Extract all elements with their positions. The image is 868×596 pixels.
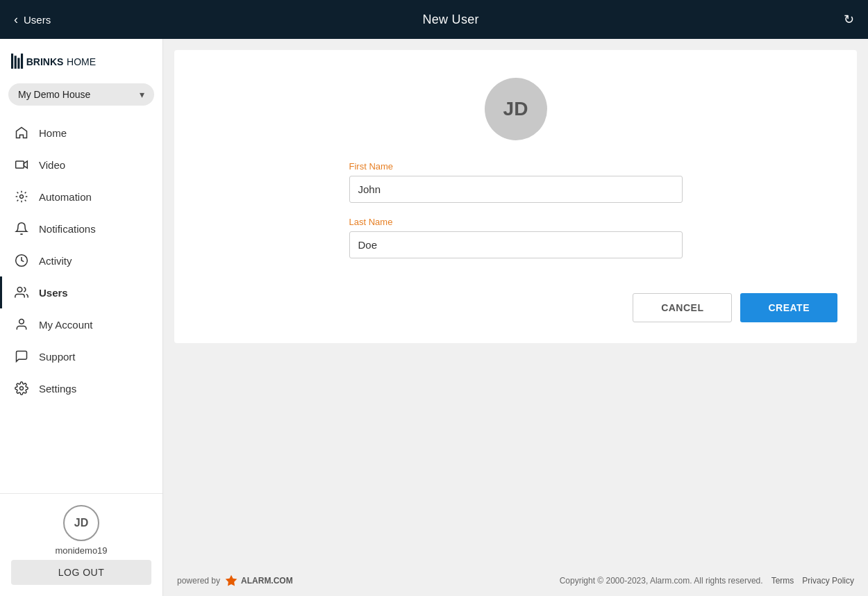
sidebar-item-label: Settings <box>39 383 76 395</box>
main-layout: BRINKS HOME My Demo House ▾ Home <box>0 39 868 596</box>
sidebar-item-label: Notifications <box>39 223 96 235</box>
form-actions: CANCEL CREATE <box>188 293 843 322</box>
brinks-home-logo: BRINKS HOME <box>11 51 119 71</box>
back-label: Users <box>24 14 51 26</box>
sidebar-item-video[interactable]: Video <box>0 149 162 181</box>
last-name-input[interactable] <box>349 231 683 258</box>
sidebar-item-activity[interactable]: Activity <box>0 245 162 276</box>
content-area: JD First Name Last Name CANCEL CREATE <box>163 39 868 596</box>
user-avatar: JD <box>63 505 99 541</box>
sidebar-item-my-account[interactable]: My Account <box>0 308 162 340</box>
refresh-icon: ↻ <box>844 13 854 26</box>
home-icon <box>14 125 29 140</box>
sidebar-item-label: Home <box>39 127 67 139</box>
alarm-logo: ALARM.COM <box>224 574 293 588</box>
first-name-label: First Name <box>349 161 683 172</box>
svg-marker-12 <box>226 575 237 586</box>
sidebar-item-settings[interactable]: Settings <box>0 372 162 404</box>
sidebar-item-label: Video <box>39 159 65 171</box>
terms-link[interactable]: Terms <box>771 576 794 586</box>
sidebar-item-label: My Account <box>39 319 93 331</box>
svg-point-9 <box>17 288 22 292</box>
nav-list: Home Video Automation <box>0 114 162 493</box>
svg-rect-0 <box>11 53 13 69</box>
powered-by-text: powered by <box>177 576 220 586</box>
sidebar-item-automation[interactable]: Automation <box>0 181 162 213</box>
sidebar-item-label: Users <box>39 287 68 299</box>
logout-button[interactable]: LOG OUT <box>11 560 151 585</box>
first-name-field-group: First Name <box>349 161 683 203</box>
users-icon <box>14 285 29 300</box>
page-title: New User <box>58 13 844 27</box>
svg-point-10 <box>19 320 24 324</box>
location-name: My Demo House <box>18 89 90 100</box>
account-icon <box>14 317 29 332</box>
svg-rect-3 <box>21 53 23 69</box>
new-user-form-card: JD First Name Last Name CANCEL CREATE <box>174 50 857 343</box>
svg-text:HOME: HOME <box>67 56 96 67</box>
footer-right: Copyright © 2000-2023, Alarm.com. All ri… <box>560 576 854 586</box>
form-fields: First Name Last Name <box>349 161 683 272</box>
location-selector[interactable]: My Demo House ▾ <box>8 83 154 106</box>
bell-icon <box>14 221 29 236</box>
svg-text:BRINKS: BRINKS <box>26 56 64 67</box>
support-icon <box>14 349 29 364</box>
chevron-down-icon: ▾ <box>140 89 144 100</box>
brand-logo: BRINKS HOME <box>0 39 162 78</box>
sidebar-item-label: Activity <box>39 255 72 267</box>
sidebar-item-users[interactable]: Users <box>0 276 162 308</box>
activity-icon <box>14 253 29 268</box>
automation-icon <box>14 189 29 204</box>
chevron-left-icon: ‹ <box>14 13 18 27</box>
first-name-input[interactable] <box>349 176 683 203</box>
refresh-button[interactable]: ↻ <box>844 12 854 27</box>
svg-point-7 <box>20 195 24 199</box>
svg-point-11 <box>20 387 24 390</box>
gear-icon <box>14 381 29 396</box>
svg-rect-1 <box>15 56 17 69</box>
sidebar-item-label: Support <box>39 351 76 363</box>
footer: powered by ALARM.COM Copyright © 2000-20… <box>163 565 868 596</box>
footer-left: powered by ALARM.COM <box>177 574 293 588</box>
sidebar-bottom: JD monidemo19 LOG OUT <box>0 493 162 596</box>
video-icon <box>14 157 29 172</box>
alarm-brand-text: ALARM.COM <box>241 576 293 586</box>
avatar-preview: JD <box>485 78 547 140</box>
sidebar-item-label: Automation <box>39 191 92 203</box>
username-label: monidemo19 <box>55 545 107 556</box>
back-button[interactable]: ‹ Users <box>14 13 51 27</box>
svg-rect-6 <box>16 161 24 168</box>
svg-rect-2 <box>17 58 19 69</box>
privacy-link[interactable]: Privacy Policy <box>802 576 854 586</box>
sidebar-item-notifications[interactable]: Notifications <box>0 213 162 245</box>
cancel-button[interactable]: CANCEL <box>633 293 732 322</box>
last-name-field-group: Last Name <box>349 217 683 258</box>
copyright-text: Copyright © 2000-2023, Alarm.com. All ri… <box>560 576 763 586</box>
last-name-label: Last Name <box>349 217 683 227</box>
alarm-icon <box>224 574 238 588</box>
sidebar-item-support[interactable]: Support <box>0 340 162 372</box>
sidebar-item-home[interactable]: Home <box>0 117 162 149</box>
top-header: ‹ Users New User ↻ <box>0 0 868 39</box>
sidebar: BRINKS HOME My Demo House ▾ Home <box>0 39 163 596</box>
create-button[interactable]: CREATE <box>740 293 837 322</box>
